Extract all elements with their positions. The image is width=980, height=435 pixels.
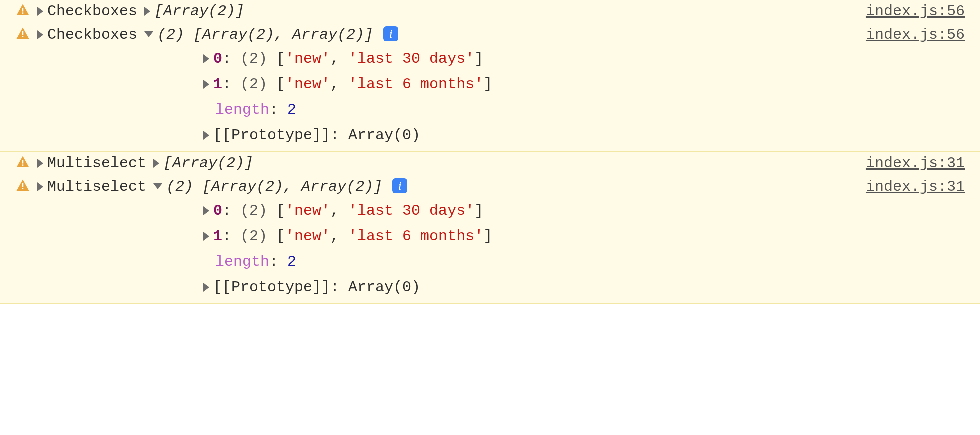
chevron-right-icon <box>203 131 209 140</box>
chevron-right-icon <box>203 206 209 216</box>
preview-count: (2) <box>157 26 184 44</box>
object-expand-toggle[interactable]: (2) [Array(2), Array(2)] <box>144 26 373 44</box>
svg-rect-2 <box>22 32 24 36</box>
item-index: 1 <box>213 228 222 245</box>
prototype-label: [[Prototype]] <box>213 127 330 144</box>
svg-rect-7 <box>22 188 24 190</box>
array-item-row[interactable]: 1: (2) ['new', 'last 6 months'] <box>203 224 965 250</box>
array-item-row[interactable]: 0: (2) ['new', 'last 30 days'] <box>203 198 965 224</box>
console-row: Multiselect [Array(2)] index.js:31 <box>0 152 980 176</box>
chevron-right-icon <box>37 30 43 40</box>
length-row: length: 2 <box>203 250 965 275</box>
chevron-right-icon <box>203 80 209 89</box>
item-value: 'new' <box>285 50 330 68</box>
item-value: 'new' <box>285 202 330 220</box>
source-link[interactable]: index.js:31 <box>866 178 965 196</box>
item-value: 'last 30 days' <box>348 50 474 68</box>
chevron-right-icon <box>37 159 43 168</box>
log-label: Checkboxes <box>47 26 137 44</box>
console-row: Multiselect (2) [Array(2), Array(2)] i i… <box>0 175 980 304</box>
info-icon[interactable]: i <box>383 26 398 42</box>
warning-icon <box>15 178 30 194</box>
console-row-head: Multiselect [Array(2)] <box>15 155 965 172</box>
outer-expand-toggle[interactable]: Checkboxes <box>37 3 137 20</box>
chevron-down-icon <box>144 32 153 38</box>
svg-rect-6 <box>22 184 24 188</box>
console-row-head: Multiselect (2) [Array(2), Array(2)] i <box>15 178 965 196</box>
array-item-row[interactable]: 0: (2) ['new', 'last 30 days'] <box>203 46 965 72</box>
log-label: Multiselect <box>47 178 146 196</box>
item-index: 1 <box>213 76 222 93</box>
warning-icon <box>15 3 30 18</box>
array-item-row[interactable]: 1: (2) ['new', 'last 6 months'] <box>203 72 965 98</box>
console-row: Checkboxes (2) [Array(2), Array(2)] i in… <box>0 23 980 152</box>
svg-rect-0 <box>22 8 24 12</box>
item-count: (2) <box>240 228 267 245</box>
prototype-label: [[Prototype]] <box>213 279 330 296</box>
prototype-value: Array(0) <box>348 127 420 144</box>
warning-icon <box>15 155 30 170</box>
source-link[interactable]: index.js:56 <box>866 3 965 20</box>
preview-text: [Array(2), Array(2)] <box>202 178 382 196</box>
console-row-head: Checkboxes [Array(2)] <box>15 3 965 20</box>
item-count: (2) <box>240 202 267 220</box>
object-preview: (2) [Array(2), Array(2)] <box>157 26 373 44</box>
prototype-value: Array(0) <box>348 279 420 296</box>
chevron-right-icon <box>37 182 43 192</box>
log-label: Checkboxes <box>47 3 137 20</box>
item-index: 0 <box>213 202 222 220</box>
svg-rect-4 <box>22 160 24 164</box>
chevron-right-icon <box>144 7 150 16</box>
log-label: Multiselect <box>47 155 146 172</box>
object-preview: (2) [Array(2), Array(2)] <box>166 178 382 196</box>
length-value: 2 <box>287 254 296 270</box>
item-index: 0 <box>213 50 222 68</box>
length-label: length <box>215 102 269 118</box>
item-value: 'last 6 months' <box>348 76 483 93</box>
preview-text: [Array(2), Array(2)] <box>193 26 373 44</box>
console-row-head: Checkboxes (2) [Array(2), Array(2)] i <box>15 26 965 44</box>
length-value: 2 <box>287 102 296 118</box>
item-value: 'new' <box>285 228 330 245</box>
info-icon[interactable]: i <box>392 178 407 194</box>
outer-expand-toggle[interactable]: Multiselect <box>37 178 146 196</box>
chevron-right-icon <box>203 283 209 292</box>
prototype-row[interactable]: [[Prototype]]: Array(0) <box>203 123 965 148</box>
item-count: (2) <box>240 50 267 68</box>
chevron-down-icon <box>153 184 162 190</box>
length-row: length: 2 <box>203 98 965 123</box>
object-preview: [Array(2)] <box>154 3 244 20</box>
svg-rect-3 <box>22 36 24 38</box>
warning-icon <box>15 26 30 42</box>
console-row: Checkboxes [Array(2)] index.js:56 <box>0 0 980 24</box>
item-value: 'new' <box>285 76 330 93</box>
chevron-right-icon <box>203 232 209 241</box>
prototype-row[interactable]: [[Prototype]]: Array(0) <box>203 275 965 300</box>
chevron-right-icon <box>203 54 209 64</box>
source-link[interactable]: index.js:56 <box>866 26 965 44</box>
source-link[interactable]: index.js:31 <box>866 155 965 172</box>
item-count: (2) <box>240 76 267 93</box>
object-children: 0: (2) ['new', 'last 30 days'] 1: (2) ['… <box>203 198 965 300</box>
chevron-right-icon <box>153 159 159 168</box>
item-value: 'last 30 days' <box>348 202 474 220</box>
object-preview: [Array(2)] <box>163 155 253 172</box>
outer-expand-toggle[interactable]: Multiselect <box>37 155 146 172</box>
svg-rect-5 <box>22 164 24 166</box>
object-expand-toggle[interactable]: [Array(2)] <box>144 3 244 20</box>
item-value: 'last 6 months' <box>348 228 483 245</box>
chevron-right-icon <box>37 7 43 16</box>
object-expand-toggle[interactable]: [Array(2)] <box>153 155 253 172</box>
outer-expand-toggle[interactable]: Checkboxes <box>37 26 137 44</box>
preview-count: (2) <box>166 178 193 196</box>
object-children: 0: (2) ['new', 'last 30 days'] 1: (2) ['… <box>203 46 965 148</box>
length-label: length <box>215 254 269 270</box>
object-expand-toggle[interactable]: (2) [Array(2), Array(2)] <box>153 178 382 196</box>
svg-rect-1 <box>22 12 24 14</box>
